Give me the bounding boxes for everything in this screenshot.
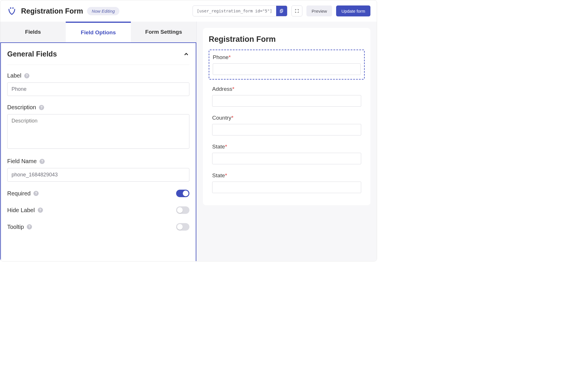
help-icon[interactable]: ? xyxy=(38,208,43,213)
preview-field-label: Address* xyxy=(212,86,361,92)
tab-form-settings[interactable]: Form Settings xyxy=(131,22,196,42)
section-title: General Fields xyxy=(7,50,57,58)
copy-shortcode-button[interactable] xyxy=(276,6,287,16)
required-star: * xyxy=(225,144,227,150)
shortcode-text[interactable]: [user_registration_form id="5"] xyxy=(193,6,276,16)
help-icon[interactable]: ? xyxy=(39,159,45,164)
tooltip-toggle[interactable] xyxy=(176,223,189,231)
option-tooltip-caption: Tooltip xyxy=(7,224,24,230)
option-hide-label: Hide Label ? xyxy=(7,206,189,214)
chevron-up-icon xyxy=(183,51,189,57)
app-logo xyxy=(7,6,17,16)
preview-field-label: State* xyxy=(212,172,361,179)
preview-field-label: Phone* xyxy=(213,54,361,61)
preview-field[interactable]: Phone* xyxy=(209,50,365,80)
topbar: Registration Form Now Editing [user_regi… xyxy=(0,0,377,22)
label-input[interactable] xyxy=(7,82,189,96)
preview-field[interactable]: State* xyxy=(209,140,365,168)
svg-rect-2 xyxy=(281,9,283,12)
section-header-general[interactable]: General Fields xyxy=(7,50,189,65)
right-column: Registration Form Phone*Address*Country*… xyxy=(196,22,377,261)
help-icon[interactable]: ? xyxy=(27,224,32,229)
shortcode-box: [user_registration_form id="5"] xyxy=(193,5,287,16)
left-column: Fields Field Options Form Settings Gener… xyxy=(0,22,196,261)
preview-title: Registration Form xyxy=(209,35,365,44)
required-star: * xyxy=(225,172,227,178)
update-form-button[interactable]: Update form xyxy=(336,5,370,16)
required-star: * xyxy=(231,115,233,121)
preview-field-label: Country* xyxy=(212,115,361,121)
editing-badge: Now Editing xyxy=(87,7,119,15)
preview-field-input[interactable] xyxy=(212,153,361,164)
help-icon[interactable]: ? xyxy=(33,191,39,196)
field-name-input[interactable] xyxy=(7,168,189,182)
svg-point-0 xyxy=(10,7,12,9)
required-star: * xyxy=(232,86,234,92)
preview-field[interactable]: Country* xyxy=(209,111,365,140)
preview-field-label: State* xyxy=(212,144,361,150)
option-hidelabel-caption: Hide Label xyxy=(7,207,35,214)
tabs: Fields Field Options Form Settings xyxy=(0,22,196,42)
option-fieldname-caption: Field Name xyxy=(7,158,37,165)
fullscreen-button[interactable] xyxy=(291,5,302,16)
form-preview: Registration Form Phone*Address*Country*… xyxy=(203,28,370,205)
description-input[interactable] xyxy=(7,114,189,149)
option-required-caption: Required xyxy=(7,190,31,197)
hide-label-toggle[interactable] xyxy=(176,206,189,214)
option-required: Required ? xyxy=(7,190,189,197)
help-icon[interactable]: ? xyxy=(24,73,29,78)
field-options-panel: General Fields Label ? Description ? xyxy=(0,42,196,261)
main: Fields Field Options Form Settings Gener… xyxy=(0,22,377,261)
preview-field-input[interactable] xyxy=(212,182,361,193)
svg-point-1 xyxy=(12,7,14,9)
preview-field[interactable]: Address* xyxy=(209,82,365,111)
option-field-name: Field Name ? xyxy=(7,158,189,182)
required-star: * xyxy=(229,54,231,60)
option-label: Label ? xyxy=(7,72,189,96)
tab-fields[interactable]: Fields xyxy=(0,22,66,42)
preview-field-input[interactable] xyxy=(213,63,361,75)
preview-field-input[interactable] xyxy=(212,95,361,107)
tab-field-options[interactable]: Field Options xyxy=(66,22,131,42)
option-tooltip: Tooltip ? xyxy=(7,223,189,231)
preview-button[interactable]: Preview xyxy=(306,5,332,16)
required-toggle[interactable] xyxy=(176,190,189,197)
form-title: Registration Form xyxy=(21,7,83,15)
help-icon[interactable]: ? xyxy=(39,105,44,110)
option-label-caption: Label xyxy=(7,72,21,79)
preview-field[interactable]: State* xyxy=(209,168,365,197)
option-description-caption: Description xyxy=(7,104,36,111)
option-description: Description ? xyxy=(7,104,189,150)
preview-field-input[interactable] xyxy=(212,124,361,135)
